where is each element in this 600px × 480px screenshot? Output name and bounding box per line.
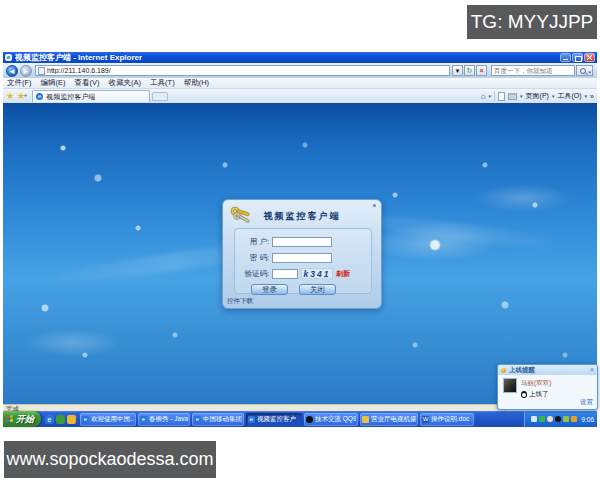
address-bar[interactable]	[35, 65, 450, 76]
ie-icon: e	[140, 416, 147, 423]
quick-launch-ie-icon[interactable]: e	[45, 415, 54, 424]
browser-window: e 视频监控客户端 - Internet Explorer ◄ ► ▾ ↻ × …	[3, 52, 597, 427]
tab-title: 视频监控客户端	[46, 92, 95, 102]
captcha-image[interactable]: k341	[301, 268, 333, 279]
username-field[interactable]	[272, 237, 332, 247]
ie-icon: e	[82, 416, 89, 423]
task-folder-monitor[interactable]: 营业厅电视机摄像	[360, 413, 418, 426]
word-icon: W	[422, 416, 429, 423]
login-dialog: 视频监控客户端 用 户: 密 码: 验证码: k341 刷新 登录 关闭 控件下…	[222, 199, 382, 309]
window-title: 视频监控客户端 - Internet Explorer	[15, 52, 142, 63]
captcha-label: 验证码:	[235, 269, 269, 279]
watermark-telegram: TG: MYYJJPP	[467, 5, 597, 39]
address-dropdown-icon[interactable]: ▾	[452, 65, 463, 76]
refresh-icon[interactable]: ↻	[464, 65, 475, 76]
page-content: 视频监控客户端 用 户: 密 码: 验证码: k341 刷新 登录 关闭 控件下…	[3, 103, 597, 404]
qq-tray-icon[interactable]	[555, 416, 561, 422]
messenger-icon[interactable]	[547, 416, 553, 422]
windows-flag-icon	[6, 415, 14, 424]
feeds-icon[interactable]	[498, 92, 505, 101]
tab-bar: ★ ★ e 视频监控客户端 ⌂ ▾ ▾ 页面(P) ▾ 工具(O) ▾ »	[3, 89, 597, 103]
taskbar: 开始 e e 欢迎使用中国... e 春柳秀 - Java... e 中国移动集…	[3, 411, 597, 427]
print-icon[interactable]	[508, 93, 517, 100]
tools-menu[interactable]: 工具(O)	[557, 91, 581, 101]
ie-icon: e	[194, 416, 201, 423]
add-favorite-icon[interactable]: ★	[17, 90, 25, 102]
maximize-button[interactable]	[572, 53, 583, 62]
menu-favorites[interactable]: 收藏夹(A)	[109, 78, 142, 88]
menu-tools[interactable]: 工具(T)	[150, 78, 175, 88]
qq-contact-name[interactable]: 马丽(双双)	[521, 379, 551, 388]
qq-status-line: 上线了	[521, 390, 549, 399]
favorites-star-icon[interactable]: ★	[6, 90, 14, 102]
new-tab-button[interactable]	[152, 92, 168, 101]
search-icon[interactable]: ▾	[576, 65, 593, 76]
dialog-close-button[interactable]: 关闭	[299, 284, 336, 295]
back-button[interactable]: ◄	[6, 65, 18, 77]
taskbar-clock: 9:06	[581, 416, 594, 423]
quick-launch: e	[41, 415, 80, 424]
system-tray: 9:06	[524, 411, 597, 427]
dialog-title: 视频监控客户端	[223, 210, 381, 223]
close-button[interactable]	[584, 53, 595, 62]
menu-view[interactable]: 查看(V)	[75, 78, 100, 88]
address-input[interactable]	[47, 67, 447, 74]
captcha-refresh-link[interactable]: 刷新	[336, 269, 350, 279]
menu-file[interactable]: 文件(F)	[7, 78, 32, 88]
qq-settings-link[interactable]: 设置	[580, 398, 593, 407]
qq-icon	[306, 416, 313, 423]
menu-help[interactable]: 帮助(H)	[184, 78, 209, 88]
tab-video-client[interactable]: e 视频监控客户端	[32, 90, 150, 102]
task-qq-chat[interactable]: 技术交流 QQ98	[304, 413, 358, 426]
login-button[interactable]: 登录	[251, 284, 288, 295]
search-input[interactable]	[494, 67, 572, 74]
security-icon[interactable]	[563, 416, 569, 422]
quick-launch-folder-icon[interactable]	[67, 415, 76, 424]
task-java-page[interactable]: e 春柳秀 - Java...	[138, 413, 190, 426]
more-commands[interactable]: »	[590, 93, 594, 100]
page-icon	[38, 67, 45, 75]
folder-icon	[362, 416, 369, 423]
window-titlebar: e 视频监控客户端 - Internet Explorer	[3, 52, 597, 63]
minimize-button[interactable]	[560, 53, 571, 62]
navigation-bar: ◄ ► ▾ ↻ × ▾	[3, 63, 597, 78]
update-icon[interactable]	[571, 416, 577, 422]
command-bar: ⌂ ▾ ▾ 页面(P) ▾ 工具(O) ▾ »	[481, 91, 594, 101]
task-video-client[interactable]: e 视频监控客户	[246, 413, 302, 426]
captcha-field[interactable]	[272, 269, 298, 279]
forward-button[interactable]: ►	[20, 65, 32, 77]
username-label: 用 户:	[235, 237, 269, 247]
ie-icon: e	[5, 54, 12, 61]
control-download-link[interactable]: 控件下载	[227, 297, 253, 306]
stop-icon[interactable]: ×	[476, 65, 487, 76]
task-word-doc[interactable]: W 操作说明.doc ...	[420, 413, 474, 426]
menu-bar: 文件(F) 编辑(E) 查看(V) 收藏夹(A) 工具(T) 帮助(H)	[3, 78, 597, 89]
password-label: 密 码:	[235, 253, 269, 263]
task-buttons: e 欢迎使用中国... e 春柳秀 - Java... e 中国移动集团 e 视…	[80, 413, 474, 426]
qq-popup-title: 上线提醒	[509, 366, 535, 375]
qq-status-text: 上线了	[529, 390, 549, 399]
task-china-mobile[interactable]: e 中国移动集团	[192, 413, 244, 426]
password-field[interactable]	[272, 253, 332, 263]
avatar[interactable]	[503, 378, 517, 393]
page-menu[interactable]: 页面(P)	[526, 91, 549, 101]
qq-popup-titlebar: 上线提醒 ×	[498, 365, 597, 375]
search-box[interactable]	[491, 65, 575, 76]
tab-ie-icon: e	[36, 93, 43, 100]
start-button[interactable]: 开始	[3, 411, 41, 427]
dialog-corner-dot	[373, 204, 376, 207]
qq-alert-icon	[501, 368, 506, 373]
watermark-site-url: www.sopockaodessa.com	[4, 441, 216, 478]
ie-icon: e	[248, 416, 255, 423]
task-welcome-china[interactable]: e 欢迎使用中国...	[80, 413, 136, 426]
menu-edit[interactable]: 编辑(E)	[41, 78, 66, 88]
qq-close-icon[interactable]: ×	[590, 366, 594, 374]
antivirus-icon[interactable]	[539, 416, 545, 422]
home-icon[interactable]: ⌂	[481, 92, 486, 101]
qq-penguin-icon	[521, 391, 527, 398]
volume-icon[interactable]	[531, 416, 537, 422]
qq-online-popup: 上线提醒 × 马丽(双双) 上线了 设置	[497, 364, 598, 410]
quick-launch-desktop-icon[interactable]	[56, 415, 65, 424]
